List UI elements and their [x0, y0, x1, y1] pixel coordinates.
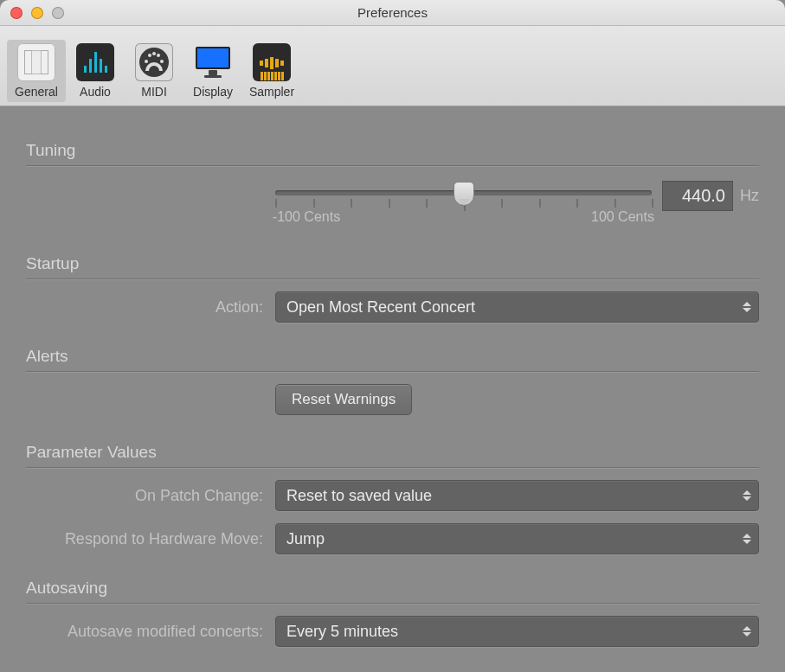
startup-action-label: Action: [26, 298, 275, 317]
divider [26, 371, 759, 372]
section-header-tuning: Tuning [26, 141, 759, 160]
section-header-parameter-values: Parameter Values [26, 443, 759, 462]
preferences-window: Preferences General Audio MIDI [0, 0, 785, 672]
tab-label: MIDI [141, 85, 167, 99]
general-panel: Tuning -100 Ce [0, 106, 785, 668]
divider [26, 603, 759, 604]
close-window-button[interactable] [10, 7, 23, 19]
slider-max-label: 100 Cents [591, 209, 654, 225]
titlebar: Preferences [0, 0, 785, 26]
section-header-startup: Startup [26, 254, 759, 273]
popup-value: Jump [286, 530, 325, 548]
display-icon [194, 43, 232, 81]
tab-general[interactable]: General [7, 40, 66, 102]
tuning-slider[interactable]: -100 Cents 100 Cents [275, 178, 652, 213]
section-header-alerts: Alerts [26, 347, 759, 366]
slider-min-label: -100 Cents [273, 209, 340, 225]
respond-hardware-move-label: Respond to Hardware Move: [26, 530, 275, 548]
sampler-icon [253, 43, 291, 81]
popup-value: Every 5 minutes [286, 623, 398, 641]
respond-hardware-move-popup[interactable]: Jump [275, 523, 759, 554]
tuning-unit-label: Hz [740, 187, 759, 205]
tab-label: Sampler [249, 85, 294, 99]
zoom-window-button [52, 7, 64, 19]
popup-value: Reset to saved value [286, 487, 432, 505]
autosave-label: Autosave modified concerts: [26, 623, 275, 641]
tab-sampler[interactable]: Sampler [242, 40, 301, 102]
divider [26, 467, 759, 468]
general-icon [17, 43, 55, 81]
on-patch-change-label: On Patch Change: [26, 487, 275, 505]
audio-icon [76, 43, 114, 81]
popup-arrows-icon [743, 622, 751, 641]
tab-midi[interactable]: MIDI [125, 40, 183, 102]
tab-display[interactable]: Display [183, 40, 242, 102]
tuning-slider-thumb[interactable] [454, 182, 474, 206]
popup-arrows-icon [743, 529, 751, 548]
section-header-autosaving: Autosaving [26, 579, 759, 598]
midi-icon [135, 43, 173, 81]
reset-warnings-button[interactable]: Reset Warnings [275, 384, 412, 415]
on-patch-change-popup[interactable]: Reset to saved value [275, 480, 759, 511]
tuning-value-field[interactable] [662, 181, 733, 211]
popup-value: Open Most Recent Concert [286, 298, 475, 317]
startup-action-popup[interactable]: Open Most Recent Concert [275, 291, 759, 323]
tab-label: Audio [80, 85, 111, 99]
divider [26, 278, 759, 279]
autosave-interval-popup[interactable]: Every 5 minutes [275, 616, 759, 647]
window-controls [10, 7, 64, 19]
preferences-toolbar: General Audio MIDI Displ [0, 26, 785, 106]
popup-arrows-icon [743, 486, 751, 505]
divider [26, 165, 759, 166]
minimize-window-button[interactable] [31, 7, 43, 19]
window-title: Preferences [0, 5, 785, 20]
popup-arrows-icon [743, 298, 751, 317]
tab-audio[interactable]: Audio [66, 40, 125, 102]
tab-label: Display [193, 85, 233, 99]
tab-label: General [15, 85, 58, 99]
